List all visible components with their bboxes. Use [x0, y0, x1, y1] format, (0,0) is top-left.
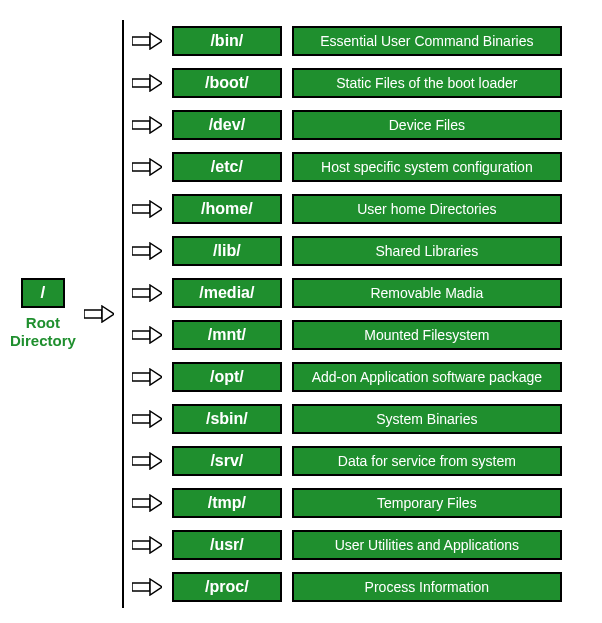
- directory-name-box: /boot/: [172, 68, 282, 98]
- directory-name-box: /sbin/: [172, 404, 282, 434]
- directory-name-box: /home/: [172, 194, 282, 224]
- svg-rect-16: [132, 331, 150, 339]
- svg-rect-20: [132, 415, 150, 423]
- directory-desc-box: Device Files: [292, 110, 562, 140]
- svg-marker-3: [150, 33, 162, 49]
- arrow-right-icon: [132, 494, 162, 512]
- directory-name-box: /opt/: [172, 362, 282, 392]
- svg-marker-5: [150, 75, 162, 91]
- directory-desc: Mounted Filesystem: [364, 327, 489, 343]
- directory-name: /boot/: [205, 74, 249, 92]
- directory-rows: /bin/ Essential User Command Binaries /b…: [132, 20, 562, 608]
- arrow-right-icon: [132, 536, 162, 554]
- directory-desc-box: Host specific system configuration: [292, 152, 562, 182]
- directory-name: /etc/: [211, 158, 243, 176]
- filesystem-diagram: / Root Directory /bin/ Essential User Co…: [10, 20, 592, 608]
- directory-desc-box: Data for service from system: [292, 446, 562, 476]
- directory-desc-box: Temporary Files: [292, 488, 562, 518]
- directory-name-box: /srv/: [172, 446, 282, 476]
- directory-name-box: /dev/: [172, 110, 282, 140]
- directory-row: /srv/ Data for service from system: [132, 446, 562, 476]
- root-column: / Root Directory: [10, 278, 76, 350]
- svg-marker-9: [150, 159, 162, 175]
- arrow-right-icon: [132, 200, 162, 218]
- directory-name-box: /usr/: [172, 530, 282, 560]
- directory-desc-box: Removable Madia: [292, 278, 562, 308]
- directory-desc-box: Shared Libraries: [292, 236, 562, 266]
- directory-row: /lib/ Shared Libraries: [132, 236, 562, 266]
- directory-desc: Data for service from system: [338, 453, 516, 469]
- svg-rect-14: [132, 289, 150, 297]
- directory-desc: Shared Libraries: [375, 243, 478, 259]
- svg-rect-26: [132, 541, 150, 549]
- arrow-right-icon: [132, 578, 162, 596]
- directory-row: /opt/ Add-on Application software packag…: [132, 362, 562, 392]
- arrow-right-icon: [132, 158, 162, 176]
- arrow-right-icon: [132, 368, 162, 386]
- arrow-right-icon: [132, 116, 162, 134]
- svg-marker-15: [150, 285, 162, 301]
- root-box: /: [21, 278, 66, 308]
- arrow-right-icon: [132, 74, 162, 92]
- directory-row: /mnt/ Mounted Filesystem: [132, 320, 562, 350]
- root-symbol: /: [41, 283, 46, 302]
- directory-desc-box: Process Information: [292, 572, 562, 602]
- directory-desc-box: System Binaries: [292, 404, 562, 434]
- directory-name: /usr/: [210, 536, 244, 554]
- directory-row: /etc/ Host specific system configuration: [132, 152, 562, 182]
- svg-rect-6: [132, 121, 150, 129]
- svg-rect-0: [84, 310, 102, 318]
- directory-desc-box: Essential User Command Binaries: [292, 26, 562, 56]
- directory-row: /bin/ Essential User Command Binaries: [132, 26, 562, 56]
- vertical-trunk-line: [122, 20, 124, 608]
- directory-name: /proc/: [205, 578, 249, 596]
- directory-desc: User Utilities and Applications: [335, 537, 519, 553]
- root-label-line1: Root: [26, 314, 60, 331]
- directory-row: /boot/ Static Files of the boot loader: [132, 68, 562, 98]
- directory-desc-box: Mounted Filesystem: [292, 320, 562, 350]
- directory-name-box: /proc/: [172, 572, 282, 602]
- directory-desc-box: Static Files of the boot loader: [292, 68, 562, 98]
- directory-desc: User home Directories: [357, 201, 496, 217]
- directory-row: /home/ User home Directories: [132, 194, 562, 224]
- directory-desc-box: User home Directories: [292, 194, 562, 224]
- directory-name: /dev/: [209, 116, 245, 134]
- directory-desc: System Binaries: [376, 411, 477, 427]
- svg-marker-27: [150, 537, 162, 553]
- directory-name-box: /lib/: [172, 236, 282, 266]
- svg-rect-28: [132, 583, 150, 591]
- svg-rect-10: [132, 205, 150, 213]
- directory-row: /sbin/ System Binaries: [132, 404, 562, 434]
- directory-desc: Process Information: [365, 579, 490, 595]
- directory-desc: Device Files: [389, 117, 465, 133]
- directory-desc-box: User Utilities and Applications: [292, 530, 562, 560]
- svg-rect-22: [132, 457, 150, 465]
- directory-desc: Static Files of the boot loader: [336, 75, 517, 91]
- root-label: Root Directory: [10, 314, 76, 350]
- directory-desc: Essential User Command Binaries: [320, 33, 533, 49]
- svg-rect-8: [132, 163, 150, 171]
- arrow-right-icon: [132, 242, 162, 260]
- directory-row: /proc/ Process Information: [132, 572, 562, 602]
- svg-rect-2: [132, 37, 150, 45]
- directory-name-box: /media/: [172, 278, 282, 308]
- arrow-right-icon: [132, 452, 162, 470]
- svg-marker-25: [150, 495, 162, 511]
- arrow-right-icon: [132, 284, 162, 302]
- svg-rect-24: [132, 499, 150, 507]
- svg-marker-19: [150, 369, 162, 385]
- svg-marker-13: [150, 243, 162, 259]
- svg-marker-21: [150, 411, 162, 427]
- directory-desc: Temporary Files: [377, 495, 477, 511]
- directory-desc: Host specific system configuration: [321, 159, 533, 175]
- directory-name: /media/: [199, 284, 254, 302]
- svg-marker-17: [150, 327, 162, 343]
- directory-name: /tmp/: [208, 494, 246, 512]
- svg-marker-7: [150, 117, 162, 133]
- svg-rect-4: [132, 79, 150, 87]
- directory-name: /srv/: [210, 452, 243, 470]
- arrow-right-icon: [132, 32, 162, 50]
- directory-name-box: /tmp/: [172, 488, 282, 518]
- directory-desc-box: Add-on Application software package: [292, 362, 562, 392]
- directory-desc: Add-on Application software package: [312, 369, 542, 385]
